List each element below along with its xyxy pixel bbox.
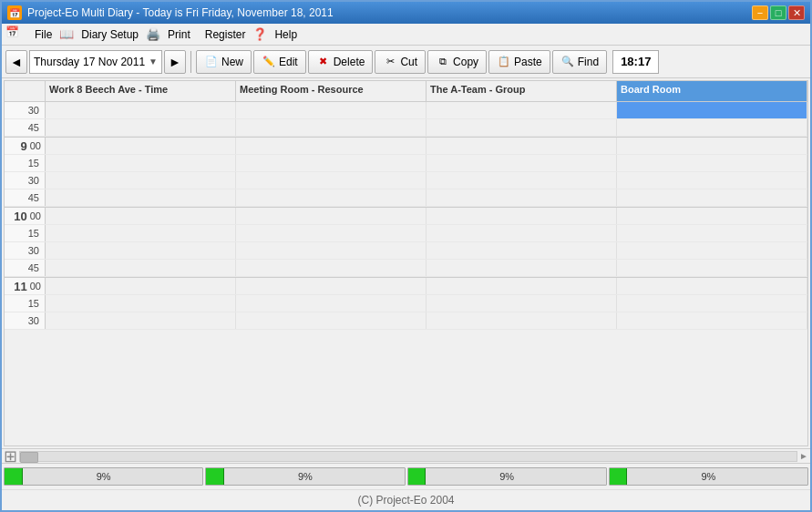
paste-button[interactable]: 📋 Paste xyxy=(488,50,550,74)
data-cell-10-3[interactable] xyxy=(617,278,807,294)
menu-diary-setup[interactable]: Diary Setup xyxy=(74,26,146,43)
data-cell-1-2[interactable] xyxy=(427,119,617,136)
col-header-4: Board Room xyxy=(617,81,807,101)
data-cell-9-0[interactable] xyxy=(46,260,236,276)
minute-label: 30 xyxy=(28,315,41,326)
data-cell-4-2[interactable] xyxy=(427,172,617,189)
menu-file[interactable]: File xyxy=(27,26,59,43)
data-cell-11-0[interactable] xyxy=(46,295,236,312)
data-cell-10-0[interactable] xyxy=(46,278,236,294)
data-cell-6-0[interactable] xyxy=(46,208,236,224)
data-cell-4-0[interactable] xyxy=(46,172,236,189)
new-button[interactable]: 📄 New xyxy=(196,50,252,74)
menu-help[interactable]: Help xyxy=(267,26,304,43)
data-cell-12-0[interactable] xyxy=(46,312,236,329)
data-cell-12-3[interactable] xyxy=(617,312,807,329)
time-cell-9: 45 xyxy=(5,260,46,276)
menu-register[interactable]: Register xyxy=(198,26,253,43)
toolbar-separator-1 xyxy=(190,51,191,73)
data-cell-8-1[interactable] xyxy=(236,242,427,259)
data-cell-12-1[interactable] xyxy=(236,312,427,329)
data-cell-9-2[interactable] xyxy=(427,260,617,276)
data-cell-0-3[interactable] xyxy=(617,102,807,118)
new-label: New xyxy=(221,56,243,68)
minimize-button[interactable]: − xyxy=(752,5,768,20)
data-cell-1-0[interactable] xyxy=(46,119,236,136)
data-cell-7-1[interactable] xyxy=(236,225,427,241)
data-cell-11-2[interactable] xyxy=(427,295,617,312)
data-cell-3-2[interactable] xyxy=(427,155,617,171)
data-cell-0-2[interactable] xyxy=(427,102,617,118)
scroll-thumb[interactable] xyxy=(20,452,38,463)
find-button[interactable]: 🔍 Find xyxy=(552,50,607,74)
hour-label: 9 xyxy=(20,139,26,153)
data-cell-2-2[interactable] xyxy=(427,138,617,154)
data-cell-4-1[interactable] xyxy=(236,172,427,189)
data-cell-10-1[interactable] xyxy=(236,278,427,294)
data-cell-2-1[interactable] xyxy=(236,138,427,154)
time-cell-4: 30 xyxy=(5,172,46,189)
data-cell-3-3[interactable] xyxy=(617,155,807,171)
data-cell-10-2[interactable] xyxy=(427,278,617,294)
close-button[interactable]: ✕ xyxy=(788,5,805,20)
time-row-3: 15 xyxy=(5,155,807,172)
time-row-9: 45 xyxy=(5,260,807,277)
title-bar: 📅 Project-Eo Multi Diary - Today is Fri … xyxy=(2,2,810,24)
menu-print[interactable]: Print xyxy=(160,26,198,43)
data-cell-0-1[interactable] xyxy=(236,102,427,118)
data-cell-7-0[interactable] xyxy=(46,225,236,241)
scroll-right-icon[interactable]: ► xyxy=(799,451,808,461)
minute-label: 45 xyxy=(28,192,41,203)
data-cell-1-3[interactable] xyxy=(617,119,807,136)
cut-button[interactable]: ✂ Cut xyxy=(375,50,426,74)
main-content: Work 8 Beech Ave - Time Meeting Room - R… xyxy=(2,78,810,510)
data-cell-8-0[interactable] xyxy=(46,242,236,259)
data-cell-0-0[interactable] xyxy=(46,102,236,118)
minute-label: 15 xyxy=(28,298,41,309)
copy-button[interactable]: ⧉ Copy xyxy=(427,50,487,74)
find-label: Find xyxy=(578,56,599,68)
app-icon: 📅 xyxy=(7,5,22,20)
data-cell-5-1[interactable] xyxy=(236,189,427,206)
prev-button[interactable]: ◄ xyxy=(5,50,27,74)
data-cell-9-3[interactable] xyxy=(617,260,807,276)
progress-bars-row: 9% 9% 9% 9% xyxy=(2,463,810,489)
data-cell-3-1[interactable] xyxy=(236,155,427,171)
copy-icon: ⧉ xyxy=(436,55,450,69)
data-cell-1-1[interactable] xyxy=(236,119,427,136)
time-row-12: 30 xyxy=(5,312,807,330)
next-button[interactable]: ► xyxy=(164,50,186,74)
maximize-button[interactable]: □ xyxy=(770,5,786,20)
time-row-4: 30 xyxy=(5,172,807,189)
horizontal-scrollbar[interactable]: ⊞ ► xyxy=(2,448,810,463)
data-cell-5-0[interactable] xyxy=(46,189,236,206)
data-cell-3-0[interactable] xyxy=(46,155,236,171)
data-cell-2-3[interactable] xyxy=(617,138,807,154)
data-cell-8-3[interactable] xyxy=(617,242,807,259)
data-cell-11-1[interactable] xyxy=(236,295,427,312)
print-icon: 🖨️ xyxy=(146,27,160,41)
cut-label: Cut xyxy=(400,56,417,68)
data-cell-11-3[interactable] xyxy=(617,295,807,312)
data-cell-7-2[interactable] xyxy=(427,225,617,241)
data-cell-4-3[interactable] xyxy=(617,172,807,189)
edit-button[interactable]: ✏️ Edit xyxy=(253,50,306,74)
data-cell-5-3[interactable] xyxy=(617,189,807,206)
paste-icon: 📋 xyxy=(497,55,511,69)
date-dropdown-icon[interactable]: ▼ xyxy=(149,56,158,67)
calendar-body-wrapper: 30459 0015304510 0015304511 001530 xyxy=(5,102,807,445)
data-cell-6-3[interactable] xyxy=(617,208,807,224)
calendar-body[interactable]: 30459 0015304510 0015304511 001530 xyxy=(5,102,807,445)
data-cell-9-1[interactable] xyxy=(236,260,427,276)
data-cell-12-2[interactable] xyxy=(427,312,617,329)
footer: (C) Project-Eo 2004 xyxy=(2,489,810,510)
data-cell-2-0[interactable] xyxy=(46,138,236,154)
minute-label: 30 xyxy=(28,175,41,186)
data-cell-7-3[interactable] xyxy=(617,225,807,241)
data-cell-8-2[interactable] xyxy=(427,242,617,259)
data-cell-6-2[interactable] xyxy=(427,208,617,224)
data-cell-5-2[interactable] xyxy=(427,189,617,206)
scroll-track[interactable] xyxy=(19,451,797,462)
data-cell-6-1[interactable] xyxy=(236,208,427,224)
delete-button[interactable]: ✖ Delete xyxy=(308,50,374,74)
